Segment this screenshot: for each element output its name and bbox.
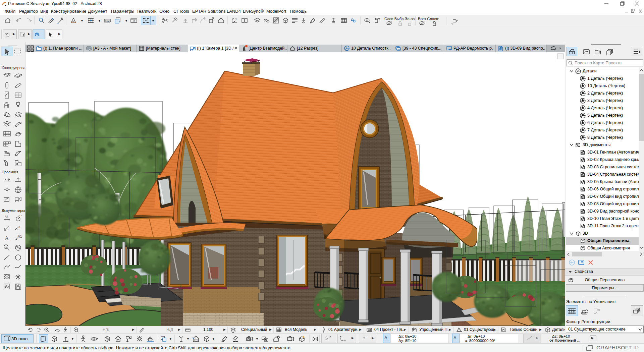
- svg-text:1.2: 1.2: [5, 215, 8, 217]
- svg-text:x: x: [156, 273, 158, 277]
- svg-text:y: y: [67, 339, 68, 342]
- svg-text:A1: A1: [18, 235, 22, 238]
- svg-text:XYZ: XYZ: [105, 20, 110, 22]
- svg-text:1.2: 1.2: [19, 215, 22, 217]
- svg-text:12: 12: [132, 20, 135, 22]
- svg-text:1.2: 1.2: [7, 229, 10, 231]
- svg-text:α: α: [19, 226, 20, 229]
- svg-text:A: A: [5, 235, 9, 241]
- svg-text:1: 1: [5, 245, 7, 248]
- svg-text:y: y: [180, 284, 181, 288]
- svg-text:y: y: [235, 18, 237, 20]
